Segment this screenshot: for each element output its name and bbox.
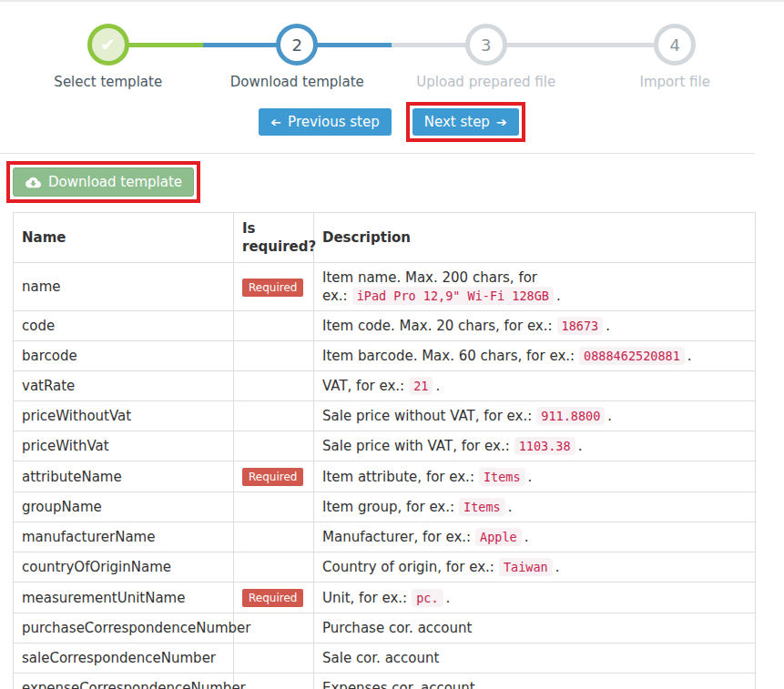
connector-line bbox=[316, 43, 392, 47]
table-row: manufacturerName Manufacturer, for ex.:A… bbox=[14, 522, 756, 552]
table-row: groupName Item group, for ex.:Items. bbox=[14, 492, 756, 522]
wizard-nav-buttons: ➔ Previous step Next step ➔ bbox=[0, 102, 784, 142]
step-circle-complete: ✔ bbox=[87, 24, 129, 66]
description-text: Item barcode. Max. 60 chars, for ex.: bbox=[322, 348, 575, 364]
example-code: 21 bbox=[409, 377, 433, 395]
connector-line bbox=[392, 43, 467, 47]
step-label: Download template bbox=[203, 74, 392, 90]
example-code: 911.8800 bbox=[536, 407, 605, 425]
field-name: attributeName bbox=[14, 461, 234, 492]
description-suffix: . bbox=[606, 318, 610, 334]
description-text: Country of origin, for ex.: bbox=[322, 559, 494, 575]
step-upload-prepared-file: 3 Upload prepared file bbox=[392, 24, 581, 90]
description-text: Manufacturer, for ex.: bbox=[322, 529, 471, 545]
field-name: priceWithoutVat bbox=[14, 401, 234, 431]
step-number: 3 bbox=[481, 35, 491, 55]
field-name: groupName bbox=[14, 492, 234, 522]
step-download-template: 2 Download template bbox=[203, 24, 392, 90]
description-text: VAT, for ex.: bbox=[322, 378, 404, 394]
description-suffix: . bbox=[607, 408, 612, 424]
step-circle-future: 4 bbox=[654, 24, 696, 66]
description-text: Unit, for ex.: bbox=[322, 590, 407, 606]
download-template-label: Download template bbox=[48, 174, 182, 190]
description-text: Item attribute, for ex.: bbox=[322, 469, 474, 485]
description-text: Sale price with VAT, for ex.: bbox=[322, 438, 510, 454]
description-suffix: . bbox=[556, 288, 561, 304]
description-suffix: . bbox=[508, 499, 513, 515]
next-step-button[interactable]: Next step ➔ bbox=[412, 108, 519, 136]
field-name: manufacturerName bbox=[14, 522, 234, 552]
table-row: priceWithoutVat Sale price without VAT, … bbox=[14, 401, 756, 431]
field-name: saleCorrespondenceNumber bbox=[14, 643, 234, 674]
template-fields-table: Name Is required? Description name Requi… bbox=[13, 212, 756, 689]
description-suffix: . bbox=[555, 559, 560, 575]
step-label: Select template bbox=[14, 74, 203, 90]
table-row: name Required Item name. Max. 200 chars,… bbox=[14, 263, 756, 311]
description-suffix: . bbox=[524, 529, 529, 545]
description-text: Purchase cor. account bbox=[322, 620, 472, 636]
description-text: Sale cor. account bbox=[322, 650, 439, 666]
next-step-label: Next step bbox=[424, 114, 490, 130]
table-row: priceWithVat Sale price with VAT, for ex… bbox=[14, 431, 756, 461]
description-text: Item group, for ex.: bbox=[322, 499, 454, 515]
step-select-template: ✔ Select template bbox=[14, 24, 203, 90]
header-description: Description bbox=[314, 213, 756, 263]
description-text: Expenses cor. account bbox=[322, 680, 475, 689]
connector-line bbox=[505, 43, 581, 47]
arrow-right-icon: ➔ bbox=[496, 116, 507, 128]
example-code: Items bbox=[459, 498, 505, 516]
required-badge: Required bbox=[242, 589, 303, 607]
table-row: measurementUnitName Required Unit, for e… bbox=[14, 583, 756, 613]
required-badge: Required bbox=[242, 468, 303, 486]
field-name: measurementUnitName bbox=[14, 583, 234, 613]
table-row: barcode Item barcode. Max. 60 chars, for… bbox=[14, 341, 756, 371]
table-row: expenseCorrespondenceNumber Expenses cor… bbox=[14, 674, 756, 689]
connector-line bbox=[127, 43, 203, 47]
description-suffix: . bbox=[435, 378, 440, 394]
example-code: Taiwan bbox=[499, 558, 553, 576]
annotation-box-next-step: Next step ➔ bbox=[406, 102, 525, 142]
example-code: Items bbox=[479, 468, 525, 486]
example-code: Apple bbox=[475, 528, 522, 546]
example-code: pc. bbox=[412, 589, 443, 607]
step-label: Upload prepared file bbox=[392, 74, 581, 90]
download-template-button[interactable]: Download template bbox=[13, 167, 194, 197]
step-circle-future: 3 bbox=[465, 24, 507, 66]
example-code: iPad Pro 12,9" Wi-Fi 128GB bbox=[352, 287, 554, 305]
table-row: countryOfOriginName Country of origin, f… bbox=[14, 552, 756, 583]
field-name: name bbox=[14, 263, 234, 311]
section-divider bbox=[0, 153, 755, 154]
step-label: Import file bbox=[581, 74, 770, 90]
step-number: 2 bbox=[292, 35, 302, 55]
connector-line bbox=[203, 43, 279, 47]
annotation-box-download-template: Download template bbox=[6, 161, 200, 203]
description-suffix: . bbox=[687, 348, 692, 364]
connector-line bbox=[581, 43, 657, 47]
field-name: expenseCorrespondenceNumber bbox=[14, 674, 234, 689]
table-row: attributeName Required Item attribute, f… bbox=[14, 461, 756, 492]
table-row: purchaseCorrespondenceNumber Purchase co… bbox=[14, 613, 756, 643]
field-name: vatRate bbox=[14, 371, 234, 401]
field-name: purchaseCorrespondenceNumber bbox=[14, 613, 234, 643]
table-header-row: Name Is required? Description bbox=[14, 213, 756, 263]
step-circle-active: 2 bbox=[276, 24, 318, 66]
table-row: code Item code. Max. 20 chars, for ex.:1… bbox=[14, 311, 756, 341]
description-suffix: . bbox=[446, 590, 451, 606]
wizard-stepper: ✔ Select template 2 Download template 3 … bbox=[14, 24, 769, 90]
example-code: 18673 bbox=[557, 317, 604, 335]
arrow-left-icon: ➔ bbox=[270, 116, 281, 128]
previous-step-label: Previous step bbox=[288, 114, 380, 130]
description-text: Item code. Max. 20 chars, for ex.: bbox=[322, 318, 553, 334]
field-name: countryOfOriginName bbox=[14, 552, 234, 583]
check-icon: ✔ bbox=[100, 35, 116, 54]
step-number: 4 bbox=[670, 35, 680, 55]
download-section: Download template bbox=[6, 161, 784, 203]
field-name: code bbox=[14, 311, 234, 341]
previous-step-button[interactable]: ➔ Previous step bbox=[259, 108, 391, 136]
header-name: Name bbox=[14, 213, 234, 263]
description-suffix: . bbox=[578, 438, 583, 454]
step-import-file: 4 Import file bbox=[581, 24, 770, 90]
table-row: vatRate VAT, for ex.:21. bbox=[14, 371, 756, 401]
required-badge: Required bbox=[242, 279, 303, 297]
example-code: 0888462520881 bbox=[579, 347, 685, 365]
